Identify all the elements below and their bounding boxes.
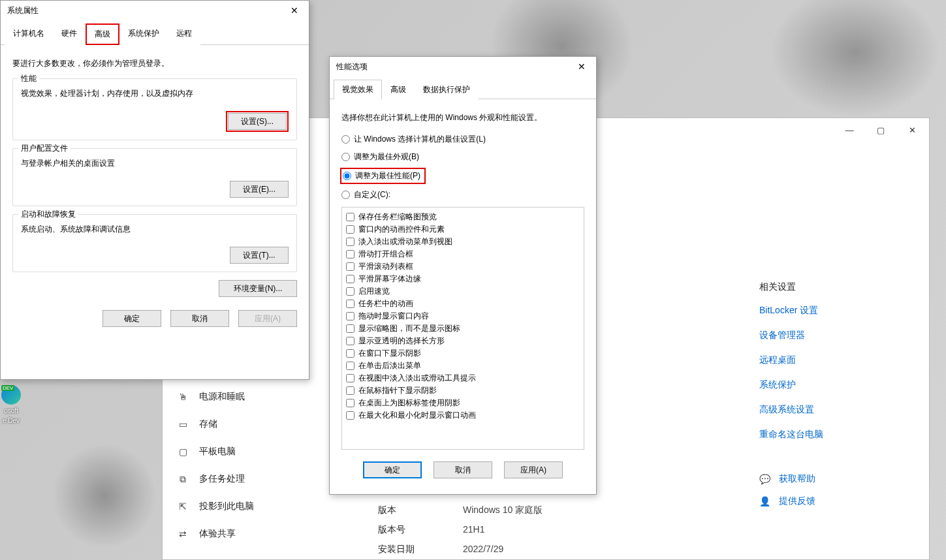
apply-button[interactable]: 应用(A) bbox=[504, 461, 563, 478]
check-option[interactable]: 任务栏中的动画 bbox=[346, 298, 580, 309]
spec-build-value: 21H1 bbox=[463, 524, 484, 536]
checkbox-input[interactable] bbox=[346, 287, 355, 296]
tab[interactable]: 视觉效果 bbox=[334, 80, 382, 99]
tab[interactable]: 数据执行保护 bbox=[415, 80, 479, 99]
checkbox-input[interactable] bbox=[346, 324, 355, 333]
checkbox-input[interactable] bbox=[346, 300, 355, 308]
close-icon[interactable]: ✕ bbox=[283, 3, 306, 18]
checkbox-input[interactable] bbox=[346, 349, 355, 358]
radio-label: 调整为最佳外观(B) bbox=[354, 151, 419, 163]
perf-settings-button[interactable]: 设置(S)... bbox=[228, 113, 287, 130]
sidebar-item[interactable]: ▭存储 bbox=[168, 411, 347, 438]
radio-input[interactable] bbox=[343, 172, 351, 180]
sidebar-item[interactable]: ⧉多任务处理 bbox=[168, 465, 347, 493]
sidebar-item[interactable]: ▢平板电脑 bbox=[168, 438, 347, 465]
related-link[interactable]: 系统保护 bbox=[759, 379, 916, 391]
tab[interactable]: 系统保护 bbox=[119, 23, 168, 45]
radio-option[interactable]: 调整为最佳外观(B) bbox=[341, 151, 584, 163]
checkbox-input[interactable] bbox=[346, 262, 355, 271]
related-link[interactable]: 远程桌面 bbox=[759, 354, 916, 366]
related-settings-panel: 相关设置 BitLocker 设置设备管理器远程桌面系统保护高级系统设置重命名这… bbox=[759, 281, 916, 518]
check-option[interactable]: 在视图中淡入淡出或滑动工具提示 bbox=[346, 373, 580, 384]
group-description: 与登录帐户相关的桌面设置 bbox=[21, 158, 289, 169]
desktop-shortcut-edge[interactable]: DEV osoft e Dev bbox=[0, 385, 22, 424]
sidebar-item-label: 平板电脑 bbox=[199, 446, 236, 458]
checkbox-input[interactable] bbox=[346, 213, 355, 221]
apply-button[interactable]: 应用(A) bbox=[238, 310, 297, 327]
check-label: 平滑屏幕字体边缘 bbox=[358, 273, 421, 285]
check-label: 显示亚透明的选择长方形 bbox=[358, 335, 445, 347]
checkbox-input[interactable] bbox=[346, 374, 355, 382]
cancel-button[interactable]: 取消 bbox=[434, 461, 492, 478]
check-option[interactable]: 保存任务栏缩略图预览 bbox=[346, 211, 580, 223]
spec-install-value: 2022/7/29 bbox=[463, 544, 503, 555]
checkbox-input[interactable] bbox=[346, 275, 355, 283]
checkbox-input[interactable] bbox=[346, 238, 355, 246]
related-link[interactable]: 高级系统设置 bbox=[759, 404, 916, 416]
check-option[interactable]: 滑动打开组合框 bbox=[346, 249, 580, 260]
tab[interactable]: 硬件 bbox=[53, 23, 86, 45]
maximize-button[interactable]: ▢ bbox=[869, 121, 892, 139]
check-label: 在视图中淡入淡出或滑动工具提示 bbox=[358, 373, 476, 384]
multitask-icon: ⧉ bbox=[177, 473, 189, 485]
check-label: 任务栏中的动画 bbox=[358, 298, 413, 309]
checkbox-input[interactable] bbox=[346, 399, 355, 407]
radio-input[interactable] bbox=[341, 135, 350, 144]
related-link[interactable]: 重命名这台电脑 bbox=[759, 429, 916, 441]
close-button[interactable]: ✕ bbox=[900, 121, 924, 139]
visual-effects-list[interactable]: 保存任务栏缩略图预览窗口内的动画控件和元素淡入淡出或滑动菜单到视图滑动打开组合框… bbox=[341, 207, 584, 450]
checkbox-input[interactable] bbox=[346, 411, 355, 420]
check-option[interactable]: 显示缩略图，而不是显示图标 bbox=[346, 323, 580, 334]
checkbox-input[interactable] bbox=[346, 386, 355, 395]
check-option[interactable]: 平滑屏幕字体边缘 bbox=[346, 273, 580, 285]
check-option[interactable]: 在鼠标指针下显示阴影 bbox=[346, 385, 580, 396]
radio-option[interactable]: 让 Windows 选择计算机的最佳设置(L) bbox=[341, 134, 584, 145]
check-option[interactable]: 启用速览 bbox=[346, 286, 580, 297]
startup-settings-button[interactable]: 设置(T)... bbox=[230, 247, 289, 264]
sidebar-item-label: 存储 bbox=[199, 418, 217, 430]
sidebar-item[interactable]: ⇱投影到此电脑 bbox=[168, 493, 347, 520]
radio-option[interactable]: 调整为最佳性能(P) bbox=[340, 168, 426, 184]
group-description: 视觉效果，处理器计划，内存使用，以及虚拟内存 bbox=[21, 88, 289, 99]
check-option[interactable]: 平滑滚动列表框 bbox=[346, 261, 580, 272]
cancel-button[interactable]: 取消 bbox=[170, 310, 229, 327]
check-option[interactable]: 在单击后淡出菜单 bbox=[346, 360, 580, 371]
sidebar-item-label: 多任务处理 bbox=[199, 473, 245, 485]
checkbox-input[interactable] bbox=[346, 250, 355, 258]
checkbox-input[interactable] bbox=[346, 337, 355, 345]
ok-button[interactable]: 确定 bbox=[363, 461, 422, 478]
radio-input[interactable] bbox=[341, 191, 350, 199]
checkbox-input[interactable] bbox=[346, 362, 355, 370]
check-label: 窗口内的动画控件和元素 bbox=[358, 224, 445, 235]
radio-label: 调整为最佳性能(P) bbox=[355, 170, 420, 181]
env-variables-button[interactable]: 环境变量(N)... bbox=[219, 280, 297, 297]
check-option[interactable]: 在桌面上为图标标签使用阴影 bbox=[346, 397, 580, 409]
radio-input[interactable] bbox=[341, 153, 350, 161]
check-option[interactable]: 拖动时显示窗口内容 bbox=[346, 311, 580, 322]
check-option[interactable]: 显示亚透明的选择长方形 bbox=[346, 335, 580, 347]
related-link[interactable]: BitLocker 设置 bbox=[759, 305, 916, 317]
close-icon[interactable]: ✕ bbox=[570, 59, 593, 74]
checkbox-input[interactable] bbox=[346, 312, 355, 320]
related-link[interactable]: 设备管理器 bbox=[759, 330, 916, 341]
sidebar-item[interactable]: ⇄体验共享 bbox=[168, 520, 347, 548]
ok-button[interactable]: 确定 bbox=[102, 310, 161, 327]
check-option[interactable]: 窗口内的动画控件和元素 bbox=[346, 224, 580, 235]
check-option[interactable]: 淡入淡出或滑动菜单到视图 bbox=[346, 236, 580, 247]
tab[interactable]: 高级 bbox=[382, 80, 415, 99]
check-option[interactable]: 在最大化和最小化时显示窗口动画 bbox=[346, 410, 580, 421]
feedback-link[interactable]: 👤提供反馈 bbox=[759, 495, 916, 507]
tab[interactable]: 远程 bbox=[168, 23, 200, 45]
get-help-link[interactable]: 💬获取帮助 bbox=[759, 473, 916, 485]
tab[interactable]: 计算机名 bbox=[5, 23, 53, 45]
profile-settings-button[interactable]: 设置(E)... bbox=[230, 181, 289, 198]
radio-option[interactable]: 自定义(C): bbox=[341, 189, 584, 200]
checkbox-input[interactable] bbox=[346, 225, 355, 234]
check-label: 滑动打开组合框 bbox=[358, 249, 413, 260]
minimize-button[interactable]: — bbox=[838, 121, 861, 139]
tab[interactable]: 高级 bbox=[86, 23, 119, 45]
sidebar-item[interactable]: 🖱电源和睡眠 bbox=[168, 383, 347, 411]
check-option[interactable]: 在窗口下显示阴影 bbox=[346, 348, 580, 359]
check-label: 在窗口下显示阴影 bbox=[358, 348, 421, 359]
group-title: 性能 bbox=[18, 73, 39, 84]
